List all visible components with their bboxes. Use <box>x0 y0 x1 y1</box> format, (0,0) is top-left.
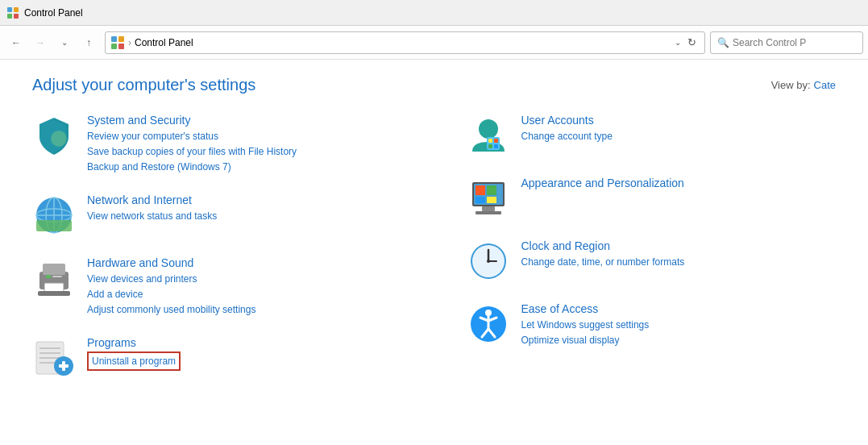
category-hardware: Hardware and Sound View devices and prin… <box>32 256 402 317</box>
address-chevron[interactable]: ⌄ <box>671 38 684 47</box>
network-link-1[interactable]: View network status and tasks <box>87 209 217 223</box>
svg-rect-0 <box>7 7 12 12</box>
right-column: User Accounts Change account type <box>467 114 837 399</box>
ease-access-links: Let Windows suggest settings Optimize vi… <box>521 318 650 347</box>
svg-rect-42 <box>476 211 501 214</box>
page-title: Adjust your computer's settings <box>32 76 255 94</box>
hardware-icon <box>32 256 76 300</box>
programs-links: Uninstall a program <box>87 351 181 371</box>
user-accounts-title[interactable]: User Accounts <box>521 114 613 127</box>
svg-point-8 <box>51 131 67 147</box>
forward-button[interactable]: → <box>29 31 52 54</box>
svg-rect-7 <box>118 44 124 49</box>
appearance-content: Appearance and Personalization <box>521 177 684 192</box>
ease-access-content: Ease of Access Let Windows suggest setti… <box>521 302 650 347</box>
svg-rect-16 <box>43 264 65 275</box>
svg-rect-31 <box>488 139 492 143</box>
svg-point-29 <box>479 119 498 139</box>
programs-title[interactable]: Programs <box>87 336 181 349</box>
network-title[interactable]: Network and Internet <box>87 193 217 206</box>
svg-rect-38 <box>487 185 496 195</box>
clock-links: Change date, time, or number formats <box>521 255 685 269</box>
page-header: Adjust your computer's settings View by:… <box>32 76 836 94</box>
network-icon <box>32 193 76 237</box>
nav-bar: ← → ⌄ ↑ › Control Panel ⌄ ↻ 🔍 <box>0 26 868 60</box>
system-security-link-2[interactable]: Save backup copies of your files with Fi… <box>87 144 297 159</box>
system-security-links: Review your computer's status Save backu… <box>87 129 297 174</box>
svg-rect-18 <box>46 275 51 278</box>
category-clock: Clock and Region Change date, time, or n… <box>467 239 837 283</box>
user-accounts-link-1[interactable]: Change account type <box>521 129 613 143</box>
svg-rect-28 <box>62 361 65 371</box>
svg-rect-34 <box>494 144 498 148</box>
category-programs: Programs Uninstall a program <box>32 336 402 380</box>
svg-rect-2 <box>7 14 12 19</box>
svg-rect-41 <box>482 206 495 211</box>
user-accounts-content: User Accounts Change account type <box>521 114 613 143</box>
category-user-accounts: User Accounts Change account type <box>467 114 837 157</box>
ease-access-link-2[interactable]: Optimize visual display <box>521 333 650 347</box>
svg-rect-39 <box>476 197 485 203</box>
network-links: View network status and tasks <box>87 209 217 223</box>
search-icon: 🔍 <box>717 37 729 48</box>
up-button[interactable]: ↑ <box>77 31 100 54</box>
category-network: Network and Internet View network status… <box>32 193 402 237</box>
recent-button[interactable]: ⌄ <box>53 31 76 54</box>
svg-rect-3 <box>14 14 19 19</box>
system-security-link-1[interactable]: Review your computer's status <box>87 129 297 143</box>
clock-icon <box>467 239 510 283</box>
svg-rect-33 <box>488 144 492 148</box>
svg-rect-6 <box>111 44 117 49</box>
refresh-button[interactable]: ↻ <box>684 36 700 48</box>
category-ease-access: Ease of Access Let Windows suggest setti… <box>467 302 837 347</box>
ease-access-icon <box>467 302 510 346</box>
ease-access-link-1[interactable]: Let Windows suggest settings <box>521 318 650 332</box>
title-bar-icon <box>6 6 19 19</box>
category-appearance: Appearance and Personalization <box>467 177 837 220</box>
programs-content: Programs Uninstall a program <box>87 336 181 371</box>
clock-link-1[interactable]: Change date, time, or number formats <box>521 255 685 269</box>
clock-title[interactable]: Clock and Region <box>521 239 685 252</box>
appearance-icon <box>467 177 510 220</box>
hardware-link-1[interactable]: View devices and printers <box>87 272 255 286</box>
search-input[interactable] <box>733 37 856 48</box>
programs-uninstall-link[interactable]: Uninstall a program <box>87 351 181 371</box>
search-box[interactable]: 🔍 <box>710 31 863 54</box>
address-bar-text: Control Panel <box>135 37 671 48</box>
svg-rect-19 <box>52 276 62 277</box>
ease-access-title[interactable]: Ease of Access <box>521 302 650 315</box>
clock-content: Clock and Region Change date, time, or n… <box>521 239 685 269</box>
network-content: Network and Internet View network status… <box>87 193 217 223</box>
address-bar-icon <box>110 35 125 50</box>
address-bar[interactable]: › Control Panel ⌄ ↻ <box>105 31 705 54</box>
system-security-icon <box>32 114 76 157</box>
left-column: System and Security Review your computer… <box>32 114 402 399</box>
system-security-title[interactable]: System and Security <box>87 114 297 127</box>
view-by-label: View by: <box>771 79 811 91</box>
hardware-title[interactable]: Hardware and Sound <box>87 256 255 269</box>
hardware-links: View devices and printers Add a device A… <box>87 272 255 317</box>
svg-point-47 <box>487 260 490 263</box>
svg-rect-40 <box>487 197 496 203</box>
category-system-security: System and Security Review your computer… <box>32 114 402 174</box>
system-security-content: System and Security Review your computer… <box>87 114 297 174</box>
view-by-value[interactable]: Cate <box>814 79 836 91</box>
svg-rect-14 <box>36 220 72 231</box>
svg-rect-20 <box>38 291 70 296</box>
system-security-link-3[interactable]: Backup and Restore (Windows 7) <box>87 160 297 174</box>
hardware-content: Hardware and Sound View devices and prin… <box>87 256 255 317</box>
back-button[interactable]: ← <box>5 31 27 54</box>
hardware-link-3[interactable]: Adjust commonly used mobility settings <box>87 302 255 317</box>
svg-rect-1 <box>14 7 19 12</box>
title-bar: Control Panel <box>0 0 868 26</box>
svg-rect-4 <box>111 36 117 42</box>
svg-rect-37 <box>476 185 485 195</box>
hardware-link-2[interactable]: Add a device <box>87 287 255 302</box>
content-area: Adjust your computer's settings View by:… <box>0 60 868 445</box>
appearance-title[interactable]: Appearance and Personalization <box>521 177 684 189</box>
svg-rect-5 <box>118 36 124 42</box>
view-by: View by: Cate <box>771 79 836 91</box>
svg-rect-32 <box>494 139 498 143</box>
categories-grid: System and Security Review your computer… <box>32 114 836 399</box>
programs-icon <box>32 336 76 380</box>
